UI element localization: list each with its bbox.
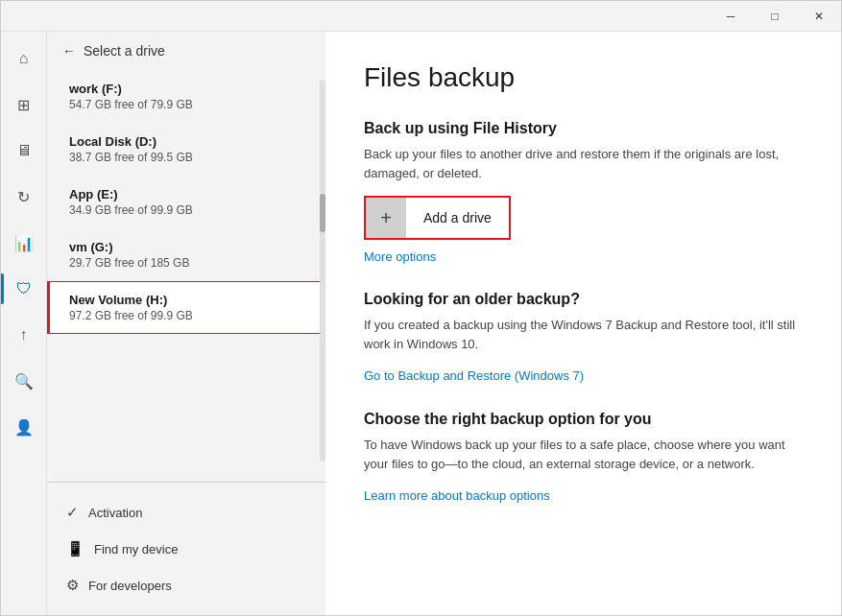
right-backup-section: Choose the right backup option for you T…	[364, 411, 803, 504]
left-panel-title: Select a drive	[84, 43, 165, 59]
add-drive-icon: +	[366, 198, 406, 238]
more-options-link[interactable]: More options	[364, 249, 803, 264]
drive-item-detail-3: 29.7 GB free of 185 GB	[69, 256, 306, 270]
drive-item-name-2: App (E:)	[69, 187, 306, 201]
drive-item-3[interactable]: vm (G:) 29.7 GB free of 185 GB	[47, 228, 325, 281]
add-drive-label: Add a drive	[406, 210, 509, 225]
learn-more-link[interactable]: Learn more about backup options	[364, 488, 550, 503]
drive-item-0[interactable]: work (F:) 54.7 GB free of 79.9 GB	[47, 70, 325, 123]
title-bar: ─ □ ✕	[1, 1, 841, 32]
nav-sidebar: ⌂ ⊞ 🖥 ↻ 📊 🛡 ↑ 🔍 👤	[1, 32, 47, 615]
maximize-button[interactable]: □	[753, 1, 797, 32]
nav-up-icon[interactable]: ↑	[1, 312, 47, 358]
bottom-nav-item-1[interactable]: 📱 Find my device	[47, 531, 325, 567]
right-backup-title: Choose the right backup option for you	[364, 411, 803, 428]
drive-list: work (F:) 54.7 GB free of 79.9 GB Local …	[47, 66, 325, 482]
right-panel: Files backup Back up using File History …	[325, 32, 841, 615]
bottom-nav-icon-0: ✓	[66, 504, 79, 521]
scrollbar-track	[320, 80, 325, 462]
older-backup-section: Looking for an older backup? If you crea…	[364, 291, 803, 384]
file-history-section: Back up using File History Back up your …	[364, 120, 803, 264]
bottom-nav-icon-2: ⚙	[66, 577, 79, 594]
bottom-nav-label-0: Activation	[88, 506, 142, 520]
main-window: ─ □ ✕ ⌂ ⊞ 🖥 ↻ 📊 🛡 ↑ 🔍 👤 ← Select a drive	[0, 0, 842, 616]
add-drive-button[interactable]: + Add a drive	[364, 196, 511, 240]
older-backup-title: Looking for an older backup?	[364, 291, 803, 308]
file-history-title: Back up using File History	[364, 120, 803, 137]
drive-item-name-4: New Volume (H:)	[69, 293, 306, 307]
drive-item-name-1: Local Disk (D:)	[69, 134, 306, 149]
drive-item-detail-1: 38.7 GB free of 99.5 GB	[69, 151, 306, 164]
nav-person-icon[interactable]: 👤	[1, 404, 47, 450]
drive-item-detail-4: 97.2 GB free of 99.9 GB	[69, 309, 306, 322]
left-panel-bottom: ✓ Activation 📱 Find my device ⚙ For deve…	[47, 482, 325, 615]
back-button[interactable]: ←	[62, 43, 76, 59]
left-panel: ← Select a drive work (F:) 54.7 GB free …	[47, 32, 325, 615]
scrollbar-thumb[interactable]	[320, 194, 325, 232]
close-button[interactable]: ✕	[797, 1, 841, 32]
nav-search-icon[interactable]: 🔍	[1, 358, 47, 404]
drive-item-name-0: work (F:)	[69, 82, 306, 96]
nav-system-icon[interactable]: 🖥	[1, 128, 47, 174]
drive-item-detail-0: 54.7 GB free of 79.9 GB	[69, 98, 306, 111]
drive-item-name-3: vm (G:)	[69, 240, 306, 254]
drive-item-1[interactable]: Local Disk (D:) 38.7 GB free of 99.5 GB	[47, 123, 325, 176]
drive-item-4[interactable]: New Volume (H:) 97.2 GB free of 99.9 GB	[47, 281, 325, 334]
content-area: ⌂ ⊞ 🖥 ↻ 📊 🛡 ↑ 🔍 👤 ← Select a drive work …	[1, 32, 841, 615]
right-backup-desc: To have Windows back up your files to a …	[364, 436, 803, 473]
minimize-button[interactable]: ─	[709, 1, 753, 32]
bottom-nav-label-2: For developers	[88, 579, 172, 593]
left-panel-header: ← Select a drive	[47, 32, 325, 66]
bottom-nav-item-2[interactable]: ⚙ For developers	[47, 567, 325, 604]
bottom-nav-label-1: Find my device	[94, 542, 178, 557]
nav-shield-icon[interactable]: 🛡	[1, 266, 47, 312]
bottom-nav-icon-1: 📱	[66, 540, 84, 557]
page-title: Files backup	[364, 62, 803, 93]
bottom-nav-item-0[interactable]: ✓ Activation	[47, 494, 325, 531]
file-history-desc: Back up your files to another drive and …	[364, 145, 803, 182]
older-backup-desc: If you created a backup using the Window…	[364, 316, 803, 353]
nav-update-icon[interactable]: ↻	[1, 174, 47, 220]
drive-item-detail-2: 34.9 GB free of 99.9 GB	[69, 203, 306, 217]
nav-home-icon[interactable]: ⌂	[1, 36, 47, 82]
drive-item-2[interactable]: App (E:) 34.9 GB free of 99.9 GB	[47, 176, 325, 228]
nav-chart-icon[interactable]: 📊	[1, 220, 47, 266]
nav-find-icon[interactable]: ⊞	[1, 82, 47, 128]
go-to-backup-link[interactable]: Go to Backup and Restore (Windows 7)	[364, 368, 584, 383]
